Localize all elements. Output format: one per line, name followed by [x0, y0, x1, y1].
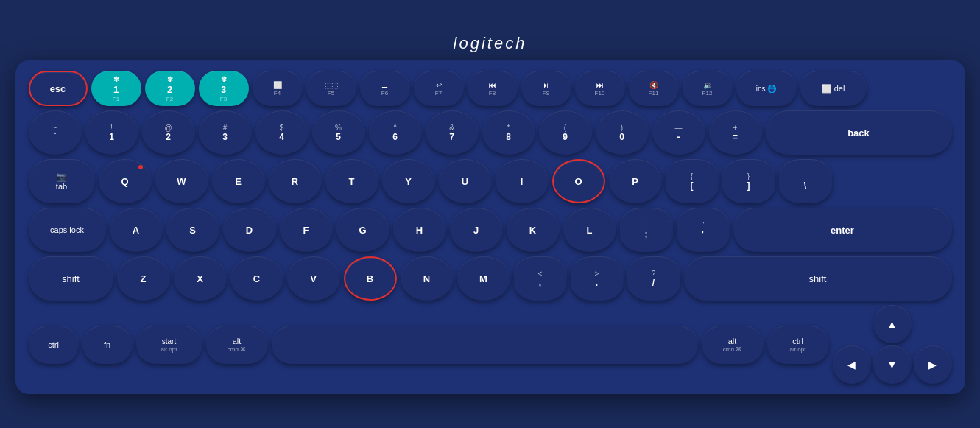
key-f5[interactable]: ⬚⬚ F5 [306, 71, 356, 106]
key-h[interactable]: H [393, 208, 446, 252]
key-z[interactable]: Z [117, 256, 170, 301]
key-5[interactable]: % 5 [312, 110, 365, 155]
key-ins[interactable]: ins 🌐 [736, 71, 797, 106]
key-f6[interactable]: ☰ F6 [360, 71, 410, 106]
key-comma[interactable]: < , [514, 256, 567, 301]
key-6[interactable]: ^ 6 [369, 110, 422, 155]
key-arrow-up[interactable]: ▲ [873, 305, 912, 343]
key-backslash[interactable]: | \ [779, 159, 832, 203]
key-f10[interactable]: ⏭ F10 [575, 71, 625, 106]
zxcv-row: shift Z X C V B N M < , > . [29, 256, 952, 301]
key-shift-left[interactable]: shift [29, 256, 113, 301]
key-l[interactable]: L [563, 208, 616, 252]
dot-indicator [138, 165, 143, 169]
key-o[interactable]: O [552, 159, 605, 203]
key-f4[interactable]: ⬜ F4 [253, 71, 303, 106]
fn-row: esc ✽ 1 F1 ✽ 2 F2 ✽ 3 F3 ⬜ F4 ⬚⬚ F5 ☰ F6 [29, 71, 952, 106]
key-start[interactable]: start alt opt [136, 326, 202, 364]
key-f[interactable]: F [280, 208, 333, 252]
key-semicolon[interactable]: : ; [620, 208, 673, 252]
key-9[interactable]: ( 9 [539, 110, 592, 155]
key-k[interactable]: K [507, 208, 560, 252]
key-ctrl-left[interactable]: ctrl [29, 326, 79, 364]
key-caps-lock[interactable]: caps lock [29, 208, 106, 252]
key-j[interactable]: J [450, 208, 503, 252]
key-m[interactable]: M [457, 256, 510, 301]
key-4[interactable]: $ 4 [255, 110, 309, 155]
brand-logo: logitech [454, 34, 527, 53]
key-minus[interactable]: — - [652, 110, 705, 155]
key-s[interactable]: S [166, 208, 219, 252]
key-del[interactable]: ⬜ del [800, 71, 867, 106]
key-period[interactable]: > . [571, 256, 624, 301]
key-arrow-down[interactable]: ▼ [873, 345, 912, 384]
num-row: ~ ` ! 1 @ 2 # 3 $ 4 % 5 ^ 6 & 7 [29, 110, 952, 155]
key-f11[interactable]: 🔇 F11 [629, 71, 679, 106]
key-esc[interactable]: esc [29, 71, 88, 106]
key-i[interactable]: I [496, 159, 549, 203]
key-lbracket[interactable]: { [ [666, 159, 719, 203]
key-w[interactable]: W [155, 159, 208, 203]
key-alt-right[interactable]: alt cmd ⌘ [702, 326, 764, 364]
key-slash[interactable]: ? / [627, 256, 680, 301]
key-8[interactable]: * 8 [482, 110, 535, 155]
key-p[interactable]: P [609, 159, 662, 203]
keyboard: esc ✽ 1 F1 ✽ 2 F2 ✽ 3 F3 ⬜ F4 ⬚⬚ F5 ☰ F6 [15, 60, 965, 394]
bottom-row: ctrl fn start alt opt alt cmd ⌘ alt cmd … [29, 305, 952, 384]
key-quote[interactable]: " ' [677, 208, 730, 252]
key-b[interactable]: B [344, 256, 397, 301]
key-back[interactable]: back [766, 110, 952, 155]
key-v[interactable]: V [287, 256, 340, 301]
arrow-cluster: ▲ ◀ ▼ ▶ [833, 305, 952, 384]
key-rbracket[interactable]: } ] [722, 159, 775, 203]
key-bt2[interactable]: ✽ 2 F2 [145, 71, 195, 106]
key-t[interactable]: T [325, 159, 378, 203]
key-2[interactable]: @ 2 [142, 110, 195, 155]
key-enter[interactable]: enter [733, 208, 952, 252]
key-alt-left[interactable]: alt cmd ⌘ [206, 326, 268, 364]
key-u[interactable]: U [439, 159, 492, 203]
key-1[interactable]: ! 1 [85, 110, 138, 155]
key-7[interactable]: & 7 [426, 110, 479, 155]
key-e[interactable]: E [212, 159, 265, 203]
key-bt3[interactable]: ✽ 3 F3 [199, 71, 249, 106]
key-fn[interactable]: fn [82, 326, 133, 364]
key-d[interactable]: D [223, 208, 276, 252]
key-r[interactable]: R [269, 159, 322, 203]
key-g[interactable]: G [336, 208, 389, 252]
key-shift-right[interactable]: shift [684, 256, 952, 301]
key-tilde[interactable]: ~ ` [29, 110, 82, 155]
asdf-row: caps lock A S D F G H J K L : ; [29, 208, 952, 252]
key-ctrl-right[interactable]: ctrl alt opt [767, 326, 829, 364]
key-arrow-left[interactable]: ◀ [833, 345, 871, 384]
key-space[interactable] [272, 326, 698, 364]
key-f8[interactable]: ⏮ F8 [468, 71, 518, 106]
key-f12[interactable]: 🔉 F12 [683, 71, 733, 106]
key-x[interactable]: X [174, 256, 227, 301]
qwerty-row: 📷 tab Q W E R T Y U I O P [29, 159, 952, 203]
key-tab[interactable]: 📷 tab [29, 159, 95, 203]
key-y[interactable]: Y [382, 159, 435, 203]
key-q[interactable]: Q [99, 159, 152, 203]
key-3[interactable]: # 3 [199, 110, 252, 155]
key-a[interactable]: A [110, 208, 163, 252]
key-c[interactable]: C [230, 256, 283, 301]
key-f7[interactable]: ↩ F7 [414, 71, 464, 106]
key-f9[interactable]: ⏯ F9 [521, 71, 571, 106]
key-bt1[interactable]: ✽ 1 F1 [91, 71, 141, 106]
key-0[interactable]: ) 0 [596, 110, 649, 155]
key-equal[interactable]: + = [709, 110, 762, 155]
key-n[interactable]: N [401, 256, 454, 301]
key-arrow-right[interactable]: ▶ [914, 345, 952, 384]
